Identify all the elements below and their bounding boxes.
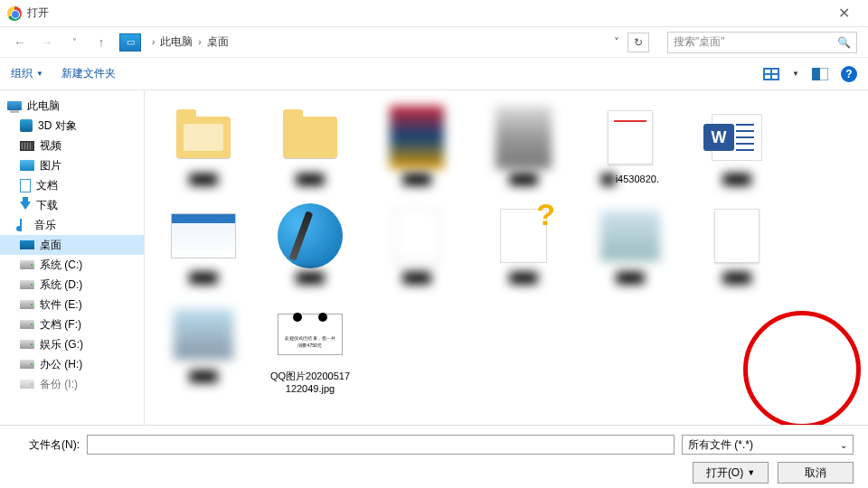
file-item[interactable]: ████	[163, 203, 244, 284]
sidebar-item-label: 视频	[40, 138, 61, 154]
close-button[interactable]: ✕	[823, 0, 864, 26]
file-grid: ████ ████ ████ ████ ██i4530820.	[145, 90, 868, 425]
preview-pane-button[interactable]	[812, 68, 828, 80]
sidebar-item-this-pc[interactable]: 此电脑	[0, 96, 144, 116]
image-thumbnail	[390, 106, 444, 169]
cancel-button[interactable]: 取消	[778, 462, 854, 483]
sidebar-item-downloads[interactable]: 下载	[0, 195, 144, 215]
sidebar-item-label: 3D 对象	[38, 118, 77, 134]
file-item[interactable]: W ████	[696, 105, 778, 185]
file-item[interactable]: ████	[269, 203, 351, 284]
view-mode-button[interactable]	[763, 68, 779, 80]
address-bar-row: ← → ˅ ↑ ▭ › 此电脑 › 桌面 ˅ ↻ 搜索"桌面" 🔍	[0, 27, 868, 58]
file-label: ██i4530820.	[601, 174, 659, 185]
breadcrumb-segment[interactable]: 桌面	[207, 34, 229, 50]
filename-label: 文件名(N):	[14, 437, 80, 453]
file-label: ████	[509, 174, 537, 185]
chrome-icon	[7, 6, 22, 21]
location-root-icon[interactable]: ▭	[119, 33, 141, 52]
document-icon	[20, 179, 31, 192]
file-item[interactable]: ████	[376, 105, 458, 185]
recent-locations-dropdown[interactable]: ˅	[65, 33, 83, 52]
file-item[interactable]: ████	[163, 105, 244, 185]
sidebar-item-label: 系统 (D:)	[40, 277, 82, 293]
image-thumbnail	[600, 211, 660, 261]
desktop-icon	[20, 240, 34, 249]
file-item[interactable]: ██i4530820.	[590, 105, 671, 185]
document-thumbnail	[714, 209, 760, 263]
sidebar-item-drive-c[interactable]: 系统 (C:)	[0, 255, 144, 275]
new-folder-button[interactable]: 新建文件夹	[61, 66, 116, 81]
sidebar-item-drive-i[interactable]: 备份 (I:)	[0, 374, 144, 394]
file-label: ████	[722, 272, 750, 284]
file-label: ████	[189, 272, 217, 284]
forward-button[interactable]: →	[38, 33, 56, 52]
breadcrumb-dropdown[interactable]: ˅	[611, 36, 622, 49]
file-type-filter[interactable]: 所有文件 (*.*) ⌄	[682, 435, 854, 455]
file-label: ████	[296, 174, 324, 185]
file-item[interactable]: ████	[696, 203, 778, 284]
file-item[interactable]: ████	[269, 105, 351, 185]
sidebar-item-documents[interactable]: 文档	[0, 175, 144, 195]
search-icon: 🔍	[837, 36, 851, 49]
document-thumbnail	[394, 209, 439, 263]
sidebar-item-drive-d[interactable]: 系统 (D:)	[0, 275, 144, 295]
file-label: ████	[402, 174, 430, 185]
file-label: ████	[402, 272, 430, 284]
pc-icon	[7, 101, 22, 110]
back-button[interactable]: ←	[11, 33, 29, 52]
image-icon	[20, 160, 34, 171]
file-label: ████	[189, 174, 217, 185]
file-item[interactable]: ████	[376, 203, 458, 284]
sidebar-item-drive-e[interactable]: 软件 (E:)	[0, 295, 144, 314]
file-label: ████	[296, 272, 324, 284]
sidebar-item-3d-objects[interactable]: 3D 对象	[0, 116, 144, 136]
file-item-qq-image[interactable]: 欢迎仪式已结束，您一共 消费4750元 QQ图片20200517122049.j…	[269, 302, 351, 394]
filter-label: 所有文件 (*.*)	[688, 437, 753, 453]
dropdown-arrow-icon: ▼	[36, 70, 43, 78]
download-icon	[20, 202, 31, 210]
file-label: ████	[509, 272, 537, 284]
svg-rect-6	[812, 68, 820, 80]
sidebar-item-videos[interactable]: 视频	[0, 136, 144, 155]
drive-icon	[20, 260, 34, 269]
file-item[interactable]: ████	[483, 105, 564, 185]
folder-icon	[283, 117, 337, 158]
svg-rect-2	[772, 70, 778, 73]
svg-rect-4	[772, 75, 778, 79]
refresh-button[interactable]: ↻	[627, 33, 649, 52]
breadcrumb-segment[interactable]: 此电脑	[160, 34, 193, 50]
search-input[interactable]: 搜索"桌面" 🔍	[667, 32, 857, 53]
sidebar-item-drive-g[interactable]: 娱乐 (G:)	[0, 334, 144, 354]
drive-icon	[20, 320, 34, 329]
sidebar-item-label: 此电脑	[27, 99, 60, 114]
sidebar-item-label: 桌面	[40, 238, 61, 253]
video-icon	[20, 141, 34, 151]
open-button-label: 打开(O)	[706, 465, 743, 481]
open-button[interactable]: 打开(O) ▼	[693, 462, 769, 483]
view-mode-dropdown[interactable]: ▼	[792, 70, 799, 78]
sidebar: 此电脑 3D 对象 视频 图片 文档 下载	[0, 90, 145, 425]
file-item[interactable]: ████	[590, 203, 671, 284]
file-item[interactable]: ████	[483, 203, 564, 284]
file-item[interactable]: ████	[163, 302, 244, 394]
file-label: ████	[616, 272, 644, 284]
filename-input[interactable]	[87, 435, 675, 455]
up-button[interactable]: ↑	[92, 33, 110, 52]
organize-menu[interactable]: 组织 ▼	[11, 66, 43, 81]
help-button[interactable]: ?	[841, 66, 857, 82]
chevron-right-icon: ›	[152, 37, 155, 47]
sidebar-item-drive-h[interactable]: 办公 (H:)	[0, 354, 144, 374]
cube-icon	[20, 119, 33, 132]
word-icon: W	[712, 114, 762, 161]
drive-icon	[20, 380, 34, 389]
sidebar-item-music[interactable]: 音乐	[0, 215, 144, 235]
sidebar-item-drive-f[interactable]: 文档 (F:)	[0, 314, 144, 334]
breadcrumb[interactable]: › 此电脑 › 桌面	[150, 34, 229, 50]
file-label: QQ图片20200517122049.jpg	[269, 371, 351, 394]
sidebar-item-pictures[interactable]: 图片	[0, 155, 144, 175]
chevron-right-icon: ›	[198, 37, 201, 47]
image-thumbnail	[174, 309, 233, 360]
sidebar-item-desktop[interactable]: 桌面	[0, 235, 144, 255]
image-thumbnail: 欢迎仪式已结束，您一共 消费4750元	[278, 314, 343, 355]
